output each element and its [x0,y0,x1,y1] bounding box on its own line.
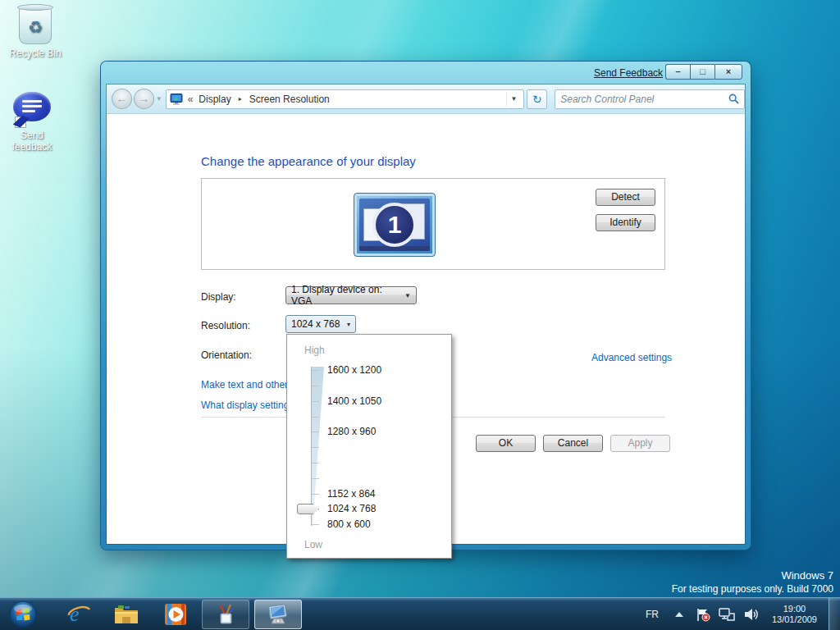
address-bar[interactable]: « Display ▸ Screen Resolution ▼ [166,89,525,109]
navigation-bar: ← → ▼ « Display ▸ Screen Resolution ▼ ↻ [107,84,745,114]
orientation-label: Orientation: [201,349,252,361]
build-watermark: Windows 7 For testing purposes only. Bui… [672,568,833,596]
watermark-line2: For testing purposes only. Build 7000 [672,582,833,596]
slider-high-label: High [304,345,325,356]
address-dropdown-icon[interactable]: ▼ [506,92,520,107]
search-box[interactable] [555,89,745,109]
history-dropdown-icon[interactable]: ▼ [156,95,162,103]
maximize-button[interactable]: □ [690,64,714,80]
search-icon[interactable] [728,94,739,104]
taskbar-item-internet-explorer[interactable]: e [62,600,95,629]
search-input[interactable] [560,94,728,105]
chevron-down-icon: ▾ [340,321,350,328]
resolution-value: 840 x 630 [291,318,340,330]
minimize-button[interactable]: – [665,64,690,80]
action-center-icon[interactable] [696,607,710,622]
send-feedback-link[interactable]: Send Feedback [594,67,663,79]
refresh-button[interactable]: ↻ [527,89,547,109]
resolution-option[interactable]: 1152 x 864 [327,488,376,500]
close-button[interactable]: × [714,64,742,80]
desktop: { "desktop": { "icons": { "recycle_bin":… [0,0,840,630]
slider-low-label: Low [304,539,322,550]
resolution-option-selected[interactable]: 840 x 630 [327,503,376,514]
display-settings-icon [266,603,290,626]
display-icon [170,94,183,105]
recycle-bin-icon: ♻ [19,7,52,44]
breadcrumb-screen-resolution[interactable]: Screen Resolution [248,92,331,107]
breadcrumb-display[interactable]: Display [197,92,232,107]
breadcrumb-separator-icon[interactable]: ▸ [239,95,242,103]
forward-button[interactable]: → [134,89,154,109]
resolution-option[interactable]: 1600 x 1200 [327,364,381,376]
send-feedback-label-2: feedback [12,141,52,153]
taskbar-item-screen-resolution[interactable] [254,600,302,629]
send-feedback-label-1: Send [21,130,43,141]
slider-track[interactable] [312,367,324,526]
clock-time: 19:00 [772,604,817,614]
recycle-bin-label: Recycle Bin [0,48,71,59]
taskbar-item-explorer[interactable] [110,600,143,629]
media-player-icon [163,602,188,627]
desktop-icon-send-feedback[interactable]: ↗ Send feedback [0,92,67,153]
identify-button[interactable]: Identify [596,214,655,231]
chevron-down-icon: ▼ [398,292,411,299]
clock[interactable]: 19:00 13/01/2009 [764,604,825,625]
volume-icon[interactable] [743,607,760,622]
titlebar[interactable]: Send Feedback – □ × [101,62,751,84]
watermark-line1: Windows 7 [672,568,833,582]
svg-text:e: e [70,602,80,626]
internet-explorer-icon: e [66,602,91,627]
shortcut-arrow-icon: ↗ [15,116,26,128]
monitor-preview-icon[interactable]: 1 [354,193,436,257]
show-desktop-button[interactable] [829,598,840,630]
text-size-link[interactable]: Make text and other [201,379,288,390]
breadcrumb-chevrons[interactable]: « [188,94,194,105]
screen-resolution-window: Send Feedback – □ × ← → ▼ « Display [101,62,751,550]
monitor-preview-panel: 1 Detect Identify [201,178,665,270]
detect-button[interactable]: Detect [596,189,655,206]
display-combobox[interactable]: 1. Display device on: VGA ▼ [285,286,417,304]
resolution-option[interactable]: 1400 x 1050 [327,395,381,407]
send-feedback-icon: ↗ [13,92,51,121]
clock-date: 13/01/2009 [772,614,817,625]
display-help-link[interactable]: What display setting [201,399,289,411]
slider-thumb[interactable] [297,504,319,514]
paint-icon [214,603,237,626]
client-area: Change the appearance of your display 1 … [107,115,745,544]
network-icon[interactable] [719,607,735,622]
cancel-button[interactable]: Cancel [543,435,603,452]
advanced-settings-link[interactable]: Advanced settings [591,352,672,363]
folder-icon [113,604,139,625]
windows-logo-icon [9,600,37,628]
resolution-option[interactable]: 1280 x 960 [327,426,376,437]
ok-button[interactable]: OK [476,435,536,452]
desktop-icon-recycle-bin[interactable]: ♻ Recycle Bin [0,7,71,59]
resolution-option[interactable]: 800 x 600 [327,518,371,530]
system-tray: FR 19:00 [637,598,840,630]
monitor-number: 1 [372,203,417,247]
resolution-label: Resolution: [201,320,250,331]
start-button[interactable] [7,600,39,629]
language-indicator[interactable]: FR [637,609,667,620]
show-hidden-icons-button[interactable] [675,612,683,617]
resolution-flyout: High 1600 x 1200 1400 x 1050 1280 x 960 … [286,334,452,559]
taskbar: e [0,597,840,630]
taskbar-item-paint[interactable] [202,600,249,629]
page-title: Change the appearance of your display [201,154,416,168]
display-value: 1. Display device on: VGA [291,284,398,307]
resolution-combobox[interactable]: 840 x 630 ▾ [285,315,356,333]
apply-button[interactable]: Apply [610,435,670,452]
display-label: Display: [201,291,236,303]
taskbar-item-media-player[interactable] [159,600,192,629]
back-button[interactable]: ← [112,89,132,109]
